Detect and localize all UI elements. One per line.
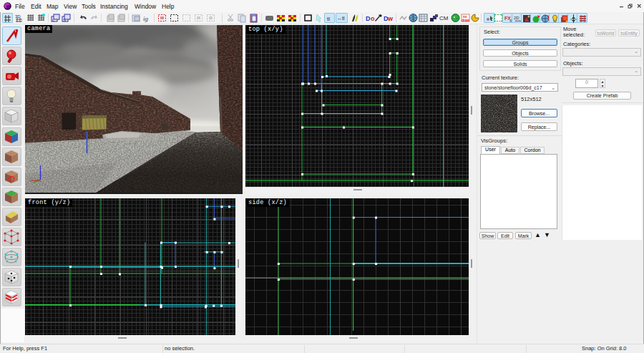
svg-text:D: D <box>366 15 371 22</box>
svg-text:tl: tl <box>327 16 330 22</box>
svg-text:S: S <box>63 18 66 22</box>
svg-text:draw: draw <box>462 19 469 22</box>
svg-text:↔tl: ↔tl <box>337 16 345 21</box>
svg-text:2D: 2D <box>514 16 519 20</box>
svg-text:ig: ig <box>143 15 149 22</box>
svg-text:w: w <box>387 15 394 22</box>
svg-text:CM: CM <box>439 15 449 21</box>
